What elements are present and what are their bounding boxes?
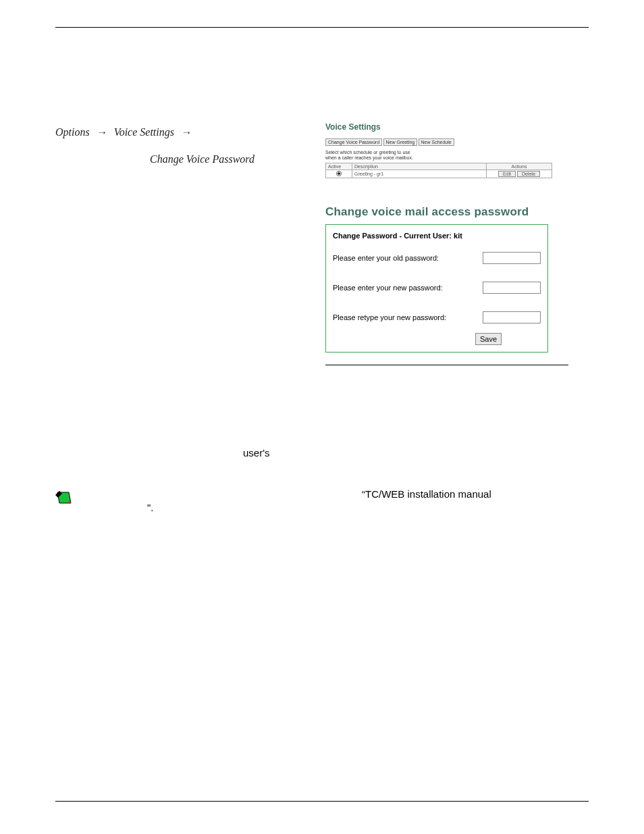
delete-button[interactable]: Delete (517, 171, 540, 177)
change-voice-password-button[interactable]: Change Voice Password (325, 138, 382, 146)
nav-options: Options (55, 126, 90, 138)
edit-button[interactable]: Edit (498, 171, 516, 177)
save-row: Save (333, 333, 541, 345)
col-description: Description (352, 163, 487, 170)
note-manual: TC/WEB installation manual (365, 488, 491, 500)
body-fragment: user's (243, 446, 270, 460)
main-content: Options → Voice Settings → Change Voice … (55, 122, 589, 365)
header-rule (55, 27, 589, 28)
greetings-table: Active Description Actions Greeting - gr… (325, 163, 552, 178)
note-block: “TC/WEB installation manual ". (55, 488, 589, 515)
change-password-user: Change Password - Current User: kit (333, 232, 541, 240)
hint-line-1: Select which schedule or greeting to use (325, 150, 410, 155)
nav-line-2: Change Voice Password (55, 153, 325, 165)
retype-password-row: Please retype your new password: (333, 311, 541, 323)
arrow-icon: → (97, 126, 107, 138)
arrow-icon: → (181, 126, 192, 138)
active-radio[interactable] (336, 171, 342, 176)
change-password-box: Change Password - Current User: kit Plea… (325, 224, 548, 353)
old-password-input[interactable] (483, 252, 541, 264)
change-password-screenshot: Change voice mail access password Change… (325, 205, 548, 353)
table-row: Greeting - gr1 Edit Delete (326, 170, 552, 178)
nav-line-1: Options → Voice Settings → (55, 126, 325, 138)
nav-voice-settings: Voice Settings (114, 126, 174, 138)
svg-point-2 (68, 501, 71, 504)
new-password-label: Please enter your new password: (333, 284, 443, 292)
old-password-row: Please enter your old password: (333, 252, 541, 264)
voice-settings-screenshot: Voice Settings Change Voice Password New… (325, 122, 552, 178)
body-paragraph: user's (55, 446, 589, 460)
new-schedule-button[interactable]: New Schedule (419, 138, 454, 146)
col-active: Active (326, 163, 352, 170)
row-description: Greeting - gr1 (352, 170, 487, 178)
change-password-heading: Change voice mail access password (325, 205, 548, 219)
new-password-row: Please enter your new password: (333, 282, 541, 294)
note-icon (55, 490, 73, 505)
save-button[interactable]: Save (475, 333, 502, 345)
footer-rule (55, 801, 589, 802)
old-password-label: Please enter your old password: (333, 254, 439, 262)
new-password-input[interactable] (483, 282, 541, 294)
nav-change-voice-password: Change Voice Password (150, 153, 254, 165)
section-rule (325, 365, 568, 365)
voice-settings-buttons: Change Voice Password New Greeting New S… (325, 138, 552, 146)
nav-instructions: Options → Voice Settings → Change Voice … (55, 122, 325, 165)
hint-line-2: when a caller reaches your voice mailbox… (325, 155, 413, 160)
screenshots-column: Voice Settings Change Voice Password New… (325, 122, 589, 365)
col-actions: Actions (487, 163, 552, 170)
voice-settings-hint: Select which schedule or greeting to use… (325, 150, 552, 160)
new-greeting-button[interactable]: New Greeting (383, 138, 418, 146)
note-text: “TC/WEB installation manual ". (82, 488, 491, 515)
note-trail: ". (147, 502, 154, 513)
retype-password-input[interactable] (483, 311, 541, 323)
voice-settings-title: Voice Settings (325, 122, 552, 132)
retype-password-label: Please retype your new password: (333, 313, 446, 321)
